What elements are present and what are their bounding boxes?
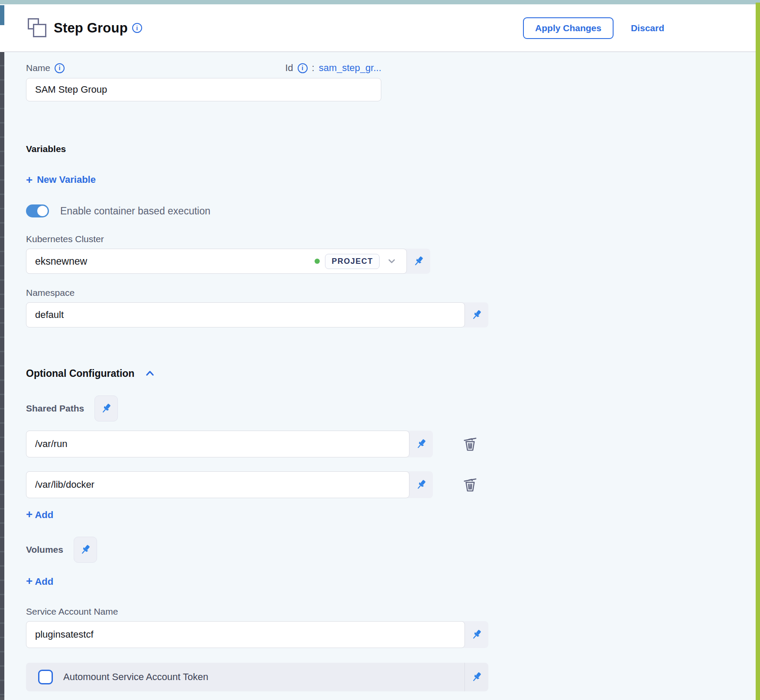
id-separator: :: [312, 62, 315, 74]
kubernetes-cluster-input[interactable]: eksnewnew PROJECT: [26, 249, 407, 274]
connector-status-dot: [315, 259, 320, 264]
pin-icon: [470, 671, 483, 684]
name-input[interactable]: [26, 78, 381, 101]
automount-label: Automount Service Account Token: [63, 671, 464, 683]
volumes-pin-button[interactable]: [74, 537, 97, 563]
name-id-row: Name i Id i : sam_step_gr...: [26, 62, 381, 75]
automount-pin-button[interactable]: [465, 671, 488, 684]
project-scope-badge[interactable]: PROJECT: [325, 254, 380, 269]
chevron-up-icon: [144, 367, 156, 379]
service-account-input[interactable]: [26, 621, 465, 648]
automount-row: Automount Service Account Token: [26, 663, 488, 691]
service-account-field: [26, 621, 488, 648]
step-group-info-icon[interactable]: i: [132, 23, 142, 33]
shared-path-input-1[interactable]: [26, 471, 409, 498]
plus-icon: +: [26, 508, 32, 521]
namespace-input[interactable]: [26, 302, 465, 327]
drawer-body: Name i Id i : sam_step_gr... Variables +…: [4, 52, 756, 700]
id-info-icon[interactable]: i: [298, 63, 308, 73]
step-group-drawer: Step Group i Apply Changes Discard Name …: [4, 4, 756, 700]
new-variable-button[interactable]: + New Variable: [26, 174, 96, 185]
id-value[interactable]: sam_step_gr...: [319, 62, 381, 74]
service-account-label: Service Account Name: [26, 606, 756, 617]
drawer-header: Step Group i Apply Changes Discard: [4, 4, 756, 52]
volumes-row: Volumes: [26, 536, 756, 563]
add-volume-button[interactable]: + Add: [26, 575, 756, 587]
shared-path-1-pin-button[interactable]: [409, 471, 433, 498]
shared-paths-row: Shared Paths: [26, 395, 756, 422]
container-execution-label: Enable container based execution: [60, 205, 211, 217]
background-top-strip: [0, 0, 760, 4]
add-volume-label: Add: [35, 576, 53, 587]
shared-paths-label: Shared Paths: [26, 403, 84, 414]
volumes-label: Volumes: [26, 544, 63, 555]
name-info-icon[interactable]: i: [55, 63, 65, 73]
chevron-down-icon[interactable]: [386, 256, 397, 266]
discard-button[interactable]: Discard: [631, 23, 664, 33]
pin-icon: [412, 255, 425, 268]
namespace-label: Namespace: [26, 288, 756, 298]
page-title: Step Group: [54, 20, 128, 36]
background-right-strip: [756, 3, 760, 700]
shared-path-0-pin-button[interactable]: [409, 431, 433, 457]
shared-path-row-0: [26, 431, 756, 457]
add-shared-path-button[interactable]: + Add: [26, 509, 756, 521]
kubernetes-cluster-label: Kubernetes Cluster: [26, 234, 756, 244]
trash-icon: [461, 435, 479, 453]
plus-icon: +: [26, 574, 32, 587]
name-label: Name: [26, 63, 50, 73]
background-yaml-strip: [0, 52, 4, 697]
apply-changes-button[interactable]: Apply Changes: [523, 17, 614, 39]
plus-icon: +: [26, 174, 32, 185]
trash-icon: [461, 476, 479, 494]
service-account-pin-button[interactable]: [465, 621, 488, 648]
variables-heading: Variables: [26, 144, 756, 154]
namespace-pin-button[interactable]: [465, 302, 488, 327]
add-shared-path-label: Add: [35, 509, 53, 520]
kubernetes-cluster-pin-button[interactable]: [407, 249, 430, 274]
shared-path-input-0[interactable]: [26, 431, 409, 457]
background-left-tab: [0, 5, 4, 25]
shared-path-row-1: [26, 471, 756, 498]
new-variable-label: New Variable: [37, 174, 96, 185]
id-label: Id: [285, 62, 293, 74]
pin-icon: [470, 628, 483, 641]
shared-paths-pin-button[interactable]: [94, 395, 118, 421]
automount-checkbox[interactable]: [38, 670, 53, 684]
kubernetes-cluster-value: eksnewnew: [35, 256, 315, 267]
container-execution-row: Enable container based execution: [26, 204, 756, 218]
delete-shared-path-0-button[interactable]: [461, 435, 479, 453]
optional-configuration-heading: Optional Configuration: [26, 368, 134, 379]
pin-icon: [415, 478, 428, 491]
delete-shared-path-1-button[interactable]: [461, 476, 479, 494]
kubernetes-cluster-field: eksnewnew PROJECT: [26, 249, 430, 274]
namespace-field: [26, 302, 488, 327]
optional-configuration-toggle[interactable]: Optional Configuration: [26, 367, 756, 379]
pin-icon: [415, 438, 428, 450]
container-execution-toggle[interactable]: [26, 204, 49, 217]
pin-icon: [100, 402, 113, 415]
step-group-icon: [26, 17, 47, 39]
pin-icon: [79, 543, 92, 556]
pin-icon: [470, 308, 483, 321]
